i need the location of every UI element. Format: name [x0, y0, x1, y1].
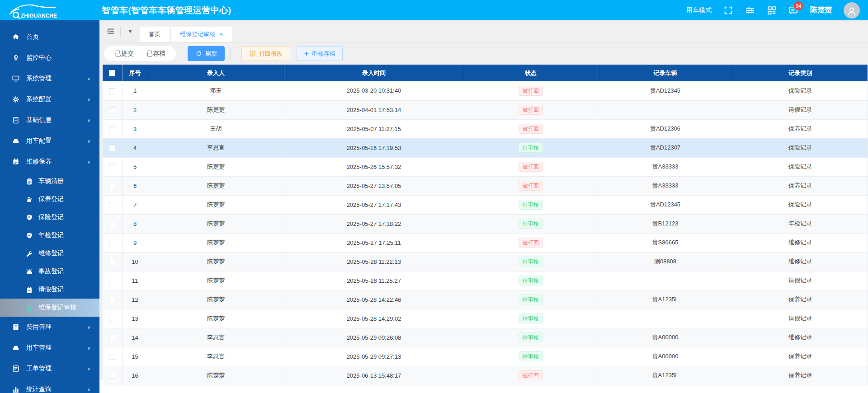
- sidebar-item-保养登记[interactable]: 保养登记: [0, 190, 99, 208]
- row-checkbox[interactable]: [109, 297, 115, 303]
- table-row[interactable]: 2陈楚楚2025-04-01 17:53:14被打回请假记录: [103, 100, 868, 119]
- row-checkbox[interactable]: [109, 145, 115, 151]
- row-checkbox[interactable]: [109, 202, 115, 208]
- cell-entry-time: 2025-05-16 17:19:53: [284, 138, 464, 157]
- refresh-button[interactable]: 刷新: [188, 46, 225, 61]
- sidebar-item-label: 系统管理: [26, 75, 52, 83]
- shield-icon: [25, 214, 33, 221]
- row-checkbox[interactable]: [109, 335, 115, 341]
- settings-sliders-icon[interactable]: [745, 5, 755, 15]
- sidebar-item-监控中心[interactable]: 监控中心: [0, 47, 99, 68]
- row-checkbox[interactable]: [109, 373, 115, 379]
- row-checkbox[interactable]: [109, 164, 115, 170]
- left-gutter: [99, 65, 103, 380]
- cell-entry-person: 陈楚楚: [148, 309, 284, 328]
- chevron-down-icon: ∨: [87, 97, 90, 102]
- table-row[interactable]: 13陈楚楚2025-05-28 14:29:02待审核请假记录: [103, 309, 868, 328]
- row-checkbox[interactable]: [109, 278, 115, 284]
- review-archive-button[interactable]: + 审核存档: [297, 46, 343, 61]
- tab-close-icon[interactable]: ×: [219, 31, 223, 37]
- tab-维保登记审核[interactable]: 维保登记审核×: [171, 27, 232, 42]
- reject-modify-button[interactable]: 打回修改: [241, 46, 290, 61]
- sidebar-item-首页[interactable]: 首页: [0, 27, 99, 47]
- cell-no: 1: [122, 81, 148, 100]
- table-row[interactable]: 14李思言2025-05-29 09:26:08待审核贵A00000维修记录: [103, 328, 868, 347]
- filter-submitted[interactable]: 已提交: [115, 50, 134, 58]
- filter-archived[interactable]: 已存档: [146, 50, 165, 58]
- messages-icon[interactable]: 34: [788, 5, 798, 15]
- table-row[interactable]: 8陈楚楚2025-05-27 17:18:22待审核贵B12123年检记录: [103, 214, 868, 233]
- col-record-type: 记录类别: [733, 65, 868, 81]
- cell-no: 8: [122, 214, 148, 233]
- row-checkbox[interactable]: [109, 259, 115, 265]
- row-checkbox[interactable]: [109, 126, 115, 132]
- table-row[interactable]: 16陈楚楚2025-06-13 15:48:17被打回贵A1235L保养记录: [103, 366, 868, 385]
- sidebar-item-用车管理[interactable]: 用车管理∨: [0, 337, 99, 358]
- table-row[interactable]: 6陈楚楚2025-05-27 13:57:05被打回贵A33333保养记录: [103, 176, 868, 195]
- tool-divider: [120, 27, 121, 36]
- sidebar-item-请假登记[interactable]: 请假登记: [0, 281, 99, 299]
- table-row[interactable]: 15李思言2025-05-29 09:27:13待审核贵A00000保养记录: [103, 347, 868, 366]
- cell-vehicle: 贵AD12345: [598, 195, 733, 214]
- sidebar-item-基础信息[interactable]: 基础信息∨: [0, 110, 99, 131]
- user-avatar[interactable]: [844, 2, 860, 19]
- chart-icon: [12, 385, 20, 393]
- edit-icon: [249, 50, 256, 57]
- table-row[interactable]: 9陈楚楚2025-05-27 17:25:11被打回贵S86665维修记录: [103, 233, 868, 252]
- sidebar-item-费用管理[interactable]: 费用管理∨: [0, 317, 99, 337]
- status-badge: 待审核: [519, 295, 543, 304]
- table-row[interactable]: 1邓玉2025-03-20 10:31:40被打回贵AD12345保险记录: [103, 81, 868, 100]
- sidebar-item-维修保养[interactable]: 维修保养∧: [0, 151, 99, 172]
- row-checkbox[interactable]: [109, 221, 115, 227]
- tab-首页[interactable]: 首页: [140, 27, 170, 42]
- row-checkbox[interactable]: [109, 316, 115, 322]
- cell-record-type: 请假记录: [733, 271, 868, 290]
- cell-no: 9: [122, 233, 148, 252]
- row-checkbox[interactable]: [109, 354, 115, 360]
- table-row[interactable]: 11陈楚楚2025-05-28 11:25:27待审核请假记录: [103, 271, 868, 290]
- table-row[interactable]: 7陈楚楚2025-05-27 17:17:43待审核贵AD12345保险记录: [103, 195, 868, 214]
- book-icon: [12, 116, 20, 124]
- sidebar-item-工单管理[interactable]: 工单管理∨: [0, 358, 99, 379]
- table-row[interactable]: 10陈楚楚2025-05-28 11:22:13待审核测08808维修记录: [103, 252, 868, 271]
- tabs-dropdown-icon[interactable]: ▼: [123, 24, 137, 38]
- records-table: 序号 录入人 录入时间 状态 记录车辆 记录类别 1邓玉2025-03-20 1…: [103, 65, 868, 385]
- cell-entry-person: 陈楚楚: [148, 195, 284, 214]
- page-title: 智管车(智管车车辆管理运营中心): [102, 5, 231, 16]
- cell-vehicle: 贵AD12307: [598, 138, 733, 157]
- sidebar-item-label: 统计查询: [26, 385, 52, 393]
- sidebar-item-统计查询[interactable]: 统计查询∨: [0, 379, 99, 393]
- fullscreen-icon[interactable]: [723, 5, 733, 15]
- cell-entry-time: 2025-04-01 17:53:14: [284, 100, 464, 119]
- row-checkbox[interactable]: [109, 107, 115, 113]
- sidebar-item-年检登记[interactable]: 年检登记: [0, 226, 99, 244]
- cell-record-type: 维修记录: [733, 252, 868, 271]
- sidebar-item-系统配置[interactable]: 系统配置∨: [0, 89, 99, 110]
- qrcode-icon[interactable]: [767, 5, 777, 15]
- collapse-menu-icon[interactable]: [104, 24, 118, 38]
- vehicle-mode-link[interactable]: 用车模式: [686, 6, 712, 14]
- cell-vehicle: 贵AD12345: [598, 81, 733, 100]
- current-user-name[interactable]: 陈楚楚: [810, 5, 832, 15]
- table-row[interactable]: 12陈楚楚2025-05-28 14:22:46待审核贵A1235L保养记录: [103, 290, 868, 309]
- sidebar-item-系统管理[interactable]: 系统管理∨: [0, 68, 99, 89]
- table-row[interactable]: 3王胡2025-05-07 11:27:15被打回贵AD12306保养记录: [103, 119, 868, 138]
- table-row[interactable]: 5陈楚楚2025-05-26 15:57:32被打回贵A33333保险记录: [103, 157, 868, 176]
- status-badge: 待审核: [519, 200, 543, 210]
- cell-entry-time: 2025-05-27 17:18:22: [284, 214, 464, 233]
- tabs: 首页维保登记审核×: [140, 20, 233, 42]
- select-all-checkbox[interactable]: [109, 70, 115, 76]
- sidebar-item-车辆清册[interactable]: 车辆清册: [0, 172, 99, 190]
- sidebar-item-事故登记[interactable]: 事故登记: [0, 262, 99, 281]
- message-count-badge: 34: [794, 1, 803, 10]
- stamp-icon: [25, 304, 33, 312]
- row-checkbox[interactable]: [109, 183, 115, 189]
- sidebar-item-用车配置[interactable]: 用车配置∨: [0, 131, 99, 151]
- sidebar-item-维保登记审核[interactable]: 维保登记审核: [0, 299, 99, 317]
- row-checkbox[interactable]: [109, 88, 115, 94]
- sidebar-item-保险登记[interactable]: 保险登记: [0, 208, 99, 226]
- table-row[interactable]: 4李思言2025-05-16 17:19:53待审核贵AD12307保险记录: [103, 138, 868, 157]
- sidebar-item-维修登记[interactable]: 维修登记: [0, 244, 99, 262]
- cell-record-type: 保养记录: [733, 347, 868, 366]
- row-checkbox[interactable]: [109, 240, 115, 246]
